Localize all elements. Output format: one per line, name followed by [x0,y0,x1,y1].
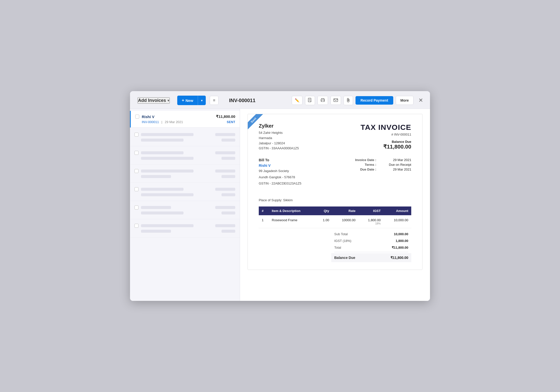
list-checkbox[interactable] [134,224,138,228]
invoice-date: | [162,120,162,124]
new-button-group: + New ▾ [177,96,206,105]
email-button[interactable] [330,96,341,105]
invoice-title-section: TAX INVOICE # INV-000011 Balance Due ₹11… [360,123,411,150]
add-invoices-label: Add Invoices [138,98,166,103]
hamburger-icon: ≡ [213,98,215,102]
skeleton-amount [215,206,235,209]
skeleton-row [130,165,240,183]
email-icon [334,98,338,103]
svg-rect-7 [334,99,338,102]
skeleton-name [141,170,194,173]
company-gstin: GSTIN - 33AAAA0000A1Z5 [259,146,299,151]
skeleton-detail [141,139,184,142]
col-num: # [259,206,269,215]
invoice-date-row: Invoice Date : 29 Mar 2021 [355,158,411,162]
skeleton-status [222,139,235,142]
company-address2: Harmada [259,136,299,141]
list-checkbox[interactable] [134,187,138,191]
skeleton-detail [141,157,194,160]
close-button[interactable]: ✕ [416,96,425,105]
main-window: Add Invoices ▾ + New ▾ ≡ INV-000011 ✏️ [130,91,430,301]
plus-icon: + [182,98,184,103]
hamburger-button[interactable]: ≡ [210,96,218,105]
igst-rate-pct: 18% [362,222,381,225]
edit-icon: ✏️ [295,98,300,103]
list-checkbox[interactable] [134,133,138,137]
balance-due-final-label: Balance Due [334,256,355,260]
invoice-item-bottom: INV-000011 | 29 Mar 2021 SENT [135,120,235,124]
list-checkbox[interactable] [134,151,138,155]
invoice-dates: Invoice Date : 29 Mar 2021 Terms : Due o… [355,158,411,172]
skeleton-detail [141,193,194,196]
bill-to-label: Bill To [259,158,335,162]
bill-to-section: Bill To Rishi V 99 Jagadesh Society Aund… [259,158,335,187]
skeleton-name [141,133,194,136]
totals-section: Sub Total 10,000.00 IGST (18%) 1,800.00 … [259,231,411,262]
row-rate: 10000.00 [332,215,358,228]
list-checkbox[interactable] [134,205,138,209]
row-description: Rosewood Frame [269,215,316,228]
table-row: 1 Rosewood Frame 1.00 10000.00 1,800.00 … [259,215,411,228]
add-invoices-button[interactable]: Add Invoices ▾ [138,97,170,104]
balance-due-final-row: Balance Due ₹11,800.00 [331,253,411,262]
totals-divider [334,252,408,252]
row-qty: 1.00 [316,215,332,228]
invoice-date-key: Invoice Date : [355,158,376,162]
print-button[interactable] [318,96,328,105]
due-date-val: 29 Mar 2021 [381,168,411,171]
document-button[interactable] [305,96,315,105]
svg-point-6 [324,100,324,100]
totals-table: Sub Total 10,000.00 IGST (18%) 1,800.00 … [331,231,411,262]
more-button[interactable]: More [396,96,414,105]
place-of-supply: Place of Supply: Sikkim [259,197,411,202]
skeleton-row [130,201,240,219]
chevron-down-icon: ▾ [168,99,169,102]
balance-due-amount: ₹11,800.00 [360,144,411,150]
total-label: Total [334,246,341,249]
print-icon [320,98,325,103]
attach-icon [346,98,350,103]
list-checkbox[interactable] [134,169,138,173]
invoice-list-item[interactable]: Rishi V ₹11,800.00 INV-000011 | 29 Mar 2… [130,111,240,128]
new-button[interactable]: + New [177,96,198,105]
col-amount: Amount [384,206,411,215]
terms-key: Terms : [365,163,376,167]
skeleton-amount [215,170,235,173]
skeleton-status [222,193,235,196]
invoice-id: INV-000011 [229,98,289,103]
invoice-table: # Item & Description Qty Rate IGST Amoun… [259,206,411,228]
row-num: 1 [259,215,269,228]
svg-rect-5 [322,100,324,102]
col-igst: IGST [358,206,384,215]
sub-total-label: Sub Total [334,232,348,236]
skeleton-status [222,230,235,233]
skeleton-amount [215,224,235,227]
balance-due-final-value: ₹11,800.00 [390,256,408,260]
bill-to-address1: 99 Jagadesh Society [259,169,335,174]
edit-button[interactable]: ✏️ [292,96,302,105]
invoice-status: SENT [227,120,235,124]
total-row: Total ₹11,800.00 [331,244,411,251]
new-dropdown-button[interactable]: ▾ [198,96,206,105]
row-igst: 1,800.00 18% [358,215,384,228]
igst-row: IGST (18%) 1,800.00 [331,237,411,244]
attach-button[interactable] [344,96,353,105]
skeleton-status [222,175,235,178]
due-date-row: Due Date : 29 Mar 2021 [355,168,411,171]
document-icon [308,98,312,103]
invoice-detail-panel: Sent Zylker 54 Zahir Heights Harmada Jab… [240,109,430,301]
skeleton-detail [141,230,171,233]
close-icon: ✕ [418,97,423,103]
chevron-down-icon: ▾ [201,99,203,102]
record-payment-button[interactable]: Record Payment [356,96,393,105]
right-header: INV-000011 ✏️ [222,96,425,105]
bill-to-gstin: GSTIN - 22ABCDE0123A1Z5 [259,181,335,186]
invoice-date-val: 29 Mar 2021 [381,158,411,162]
terms-row: Terms : Due on Receipt [355,163,411,167]
invoice-document: Sent Zylker 54 Zahir Heights Harmada Jab… [248,114,422,270]
total-value: ₹11,800.00 [392,246,408,249]
list-checkbox[interactable] [135,115,139,119]
sent-ribbon-label: Sent [248,114,263,130]
col-description: Item & Description [269,206,316,215]
record-payment-label: Record Payment [360,98,388,102]
